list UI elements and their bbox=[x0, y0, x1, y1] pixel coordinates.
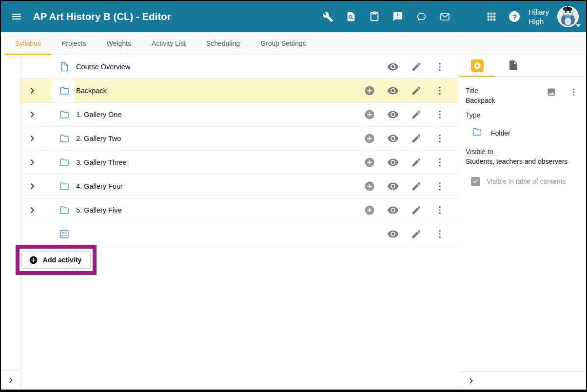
visibility-eye-icon[interactable] bbox=[387, 204, 399, 216]
more-vertical-icon[interactable] bbox=[434, 204, 446, 216]
document-icon bbox=[59, 61, 70, 73]
row-actions bbox=[364, 109, 459, 120]
folder-icon bbox=[471, 126, 483, 139]
visibility-eye-icon[interactable] bbox=[387, 61, 399, 73]
visibility-eye-icon[interactable] bbox=[387, 228, 399, 240]
user-menu[interactable] bbox=[557, 5, 579, 28]
syllabus-row-gallery-two[interactable]: 2. Gallery Two bbox=[20, 127, 459, 151]
app-header: AP Art History B (CL) - Editor bbox=[1, 1, 586, 32]
edit-pencil-icon[interactable] bbox=[411, 204, 422, 216]
checkbox-checked-icon bbox=[471, 177, 480, 186]
edit-pencil-icon[interactable] bbox=[411, 133, 422, 144]
syllabus-row-gallery-three[interactable]: 3. Gallery Three bbox=[20, 151, 459, 175]
edit-pencil-icon[interactable] bbox=[411, 228, 422, 240]
expand-row-icon[interactable] bbox=[26, 180, 38, 192]
edit-pencil-icon[interactable] bbox=[411, 85, 422, 97]
menu-icon[interactable] bbox=[11, 11, 22, 22]
syllabus-row-gallery-five[interactable]: 5. Gallery Five bbox=[20, 198, 459, 222]
edit-pencil-icon[interactable] bbox=[411, 157, 422, 168]
more-vertical-icon[interactable] bbox=[434, 61, 446, 73]
checklist-icon bbox=[59, 228, 70, 240]
course-tabbar: Syllabus Projects Weights Activity List … bbox=[1, 32, 586, 55]
wrench-icon[interactable] bbox=[322, 11, 333, 22]
panel-tab-settings[interactable] bbox=[459, 55, 495, 77]
syllabus-row-backpack[interactable]: Backpack bbox=[20, 79, 459, 103]
help-glyph: ? bbox=[512, 13, 517, 21]
apps-grid-icon[interactable] bbox=[486, 11, 497, 22]
edit-pencil-icon[interactable] bbox=[411, 180, 422, 192]
row-actions bbox=[364, 61, 459, 73]
details-panel-tabs bbox=[459, 55, 586, 77]
more-vertical-icon[interactable] bbox=[434, 133, 446, 144]
syllabus-row-course-overview[interactable]: Course Overview bbox=[20, 55, 459, 79]
more-vertical-icon[interactable] bbox=[434, 228, 446, 240]
row-actions bbox=[364, 180, 459, 192]
user-last-name: High bbox=[528, 17, 549, 26]
tab-scheduling[interactable]: Scheduling bbox=[196, 32, 250, 55]
more-vertical-icon[interactable] bbox=[434, 157, 446, 168]
tab-weights[interactable]: Weights bbox=[97, 32, 141, 55]
tab-activity-list[interactable]: Activity List bbox=[141, 32, 196, 55]
more-vertical-icon[interactable] bbox=[434, 85, 446, 97]
visibility-eye-icon[interactable] bbox=[387, 133, 399, 144]
add-circle-icon[interactable] bbox=[364, 180, 375, 192]
help-icon[interactable]: ? bbox=[509, 11, 520, 22]
type-value-row: Folder bbox=[471, 126, 579, 139]
add-activity-button[interactable]: Add activity bbox=[21, 251, 91, 269]
folder-icon bbox=[59, 85, 70, 97]
add-circle-icon[interactable] bbox=[364, 133, 375, 144]
clipboard-icon[interactable] bbox=[369, 11, 380, 22]
user-name[interactable]: Hiliary High bbox=[528, 7, 549, 26]
row-actions bbox=[364, 157, 459, 168]
expand-right-panel-button[interactable] bbox=[465, 375, 477, 387]
row-title: 3. Gallery Three bbox=[76, 158, 127, 166]
title-field: Title Backpack bbox=[466, 86, 495, 105]
folder-icon bbox=[59, 204, 70, 216]
type-label: Type bbox=[466, 110, 579, 120]
expand-row-icon[interactable] bbox=[26, 109, 38, 120]
visibility-eye-icon[interactable] bbox=[387, 109, 399, 120]
expand-row-icon[interactable] bbox=[26, 133, 38, 144]
edit-pencil-icon[interactable] bbox=[411, 109, 422, 120]
row-actions bbox=[364, 204, 459, 216]
title-label: Title bbox=[466, 86, 495, 96]
announcement-icon[interactable] bbox=[392, 11, 404, 22]
tab-syllabus[interactable]: Syllabus bbox=[5, 32, 51, 55]
visibility-eye-icon[interactable] bbox=[387, 157, 399, 168]
row-title: 2. Gallery Two bbox=[76, 135, 121, 142]
row-title: 4. Gallery Four bbox=[76, 182, 123, 190]
chat-icon[interactable] bbox=[415, 11, 427, 22]
add-circle-icon[interactable] bbox=[364, 109, 375, 120]
expand-row-icon[interactable] bbox=[26, 157, 38, 168]
syllabus-row-untitled-activity[interactable] bbox=[20, 222, 459, 246]
syllabus-row-gallery-one[interactable]: 1. Gallery One bbox=[20, 103, 459, 127]
edit-pencil-icon[interactable] bbox=[411, 61, 422, 73]
expand-row-icon[interactable] bbox=[26, 85, 38, 97]
add-circle-icon[interactable] bbox=[364, 204, 375, 216]
annotation-highlight-box: Add activity bbox=[16, 245, 97, 275]
expand-row-icon[interactable] bbox=[26, 204, 38, 216]
more-vertical-icon[interactable] bbox=[434, 180, 446, 192]
panel-tab-content[interactable] bbox=[495, 55, 531, 77]
toc-visibility-checkbox[interactable]: Visible in table of contents bbox=[471, 177, 579, 186]
mail-icon[interactable] bbox=[439, 11, 450, 22]
add-activity-label: Add activity bbox=[43, 256, 81, 264]
tab-group-settings[interactable]: Group Settings bbox=[250, 32, 316, 55]
details-panel: Title Backpack Type bbox=[459, 55, 586, 390]
syllabus-row-gallery-four[interactable]: 4. Gallery Four bbox=[20, 175, 459, 198]
tab-projects[interactable]: Projects bbox=[51, 32, 97, 55]
image-icon[interactable] bbox=[546, 87, 557, 98]
expand-left-panel-button[interactable] bbox=[5, 374, 17, 386]
visibility-eye-icon[interactable] bbox=[387, 85, 399, 97]
more-vertical-icon[interactable] bbox=[568, 87, 579, 98]
more-vertical-icon[interactable] bbox=[434, 109, 446, 120]
folder-icon bbox=[59, 180, 70, 192]
add-circle-icon[interactable] bbox=[364, 157, 375, 168]
document-search-icon[interactable] bbox=[345, 11, 357, 22]
row-title: Course Overview bbox=[76, 63, 130, 71]
document-filled-icon bbox=[508, 59, 519, 73]
syllabus-list: Course Overview Backpack bbox=[20, 55, 459, 390]
add-circle-icon[interactable] bbox=[364, 85, 375, 97]
row-title: Backpack bbox=[76, 87, 107, 95]
visibility-eye-icon[interactable] bbox=[387, 180, 399, 192]
